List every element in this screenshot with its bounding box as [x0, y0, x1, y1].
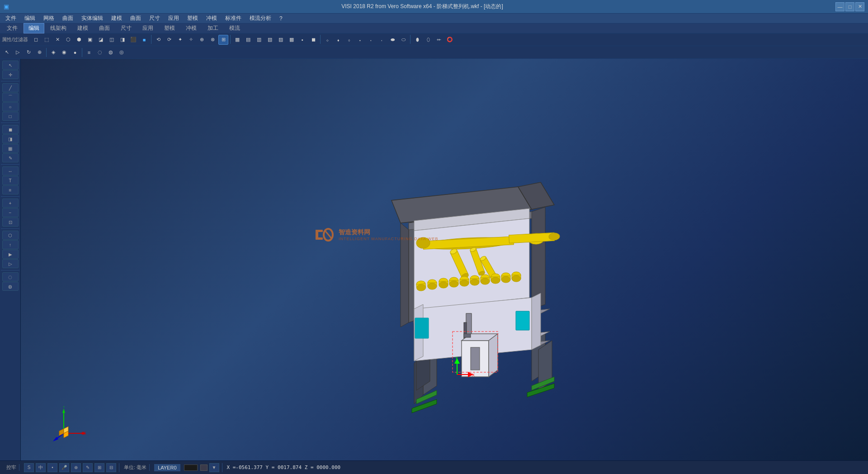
sidebar-btn-layer-vis[interactable]: ◌	[2, 272, 19, 281]
tb-btn-14[interactable]: ✦	[175, 35, 185, 45]
tb-btn-10[interactable]: ⬛	[128, 35, 138, 45]
menu-item-模流分析[interactable]: 模流分析	[246, 14, 275, 23]
sidebar-btn-note[interactable]: ≡	[2, 185, 19, 194]
tb-btn-29[interactable]: ⬨	[344, 35, 354, 45]
tb-btn-18[interactable]: ⊞	[218, 35, 228, 45]
sidebar-btn-dimension[interactable]: ↔	[2, 166, 19, 175]
tab-加工[interactable]: 加工	[203, 23, 223, 33]
tool-select[interactable]: ▷	[13, 47, 23, 57]
tb-btn-4[interactable]: ⬡	[63, 35, 73, 45]
tool-blank[interactable]: ◎	[117, 47, 127, 57]
tb-btn-34[interactable]: ⬭	[398, 35, 408, 45]
tb-btn-25[interactable]: ▪	[297, 35, 307, 45]
status-btn-6[interactable]: ⊞	[94, 463, 104, 472]
sidebar-btn-layer-hide[interactable]: ◍	[2, 282, 19, 291]
tool-hide[interactable]: ◌	[95, 47, 105, 57]
status-btn-4[interactable]: ⊕	[71, 463, 81, 472]
tb-btn-8[interactable]: ◫	[107, 35, 117, 45]
status-btn-7[interactable]: ⊟	[106, 463, 116, 472]
tool-shaded[interactable]: ◉	[59, 47, 69, 57]
tb-btn-37[interactable]: ⬰	[434, 35, 444, 45]
tb-btn-19[interactable]: ▦	[232, 35, 242, 45]
menu-item-实体编辑[interactable]: 实体编辑	[78, 14, 107, 23]
tb-btn-6[interactable]: ▣	[85, 35, 95, 45]
tb-btn-23[interactable]: ▨	[276, 35, 286, 45]
tb-btn-1[interactable]: ◻	[31, 35, 41, 45]
sidebar-btn-top[interactable]: ↑	[2, 240, 19, 249]
tb-btn-20[interactable]: ▤	[243, 35, 253, 45]
tb-btn-38[interactable]: ⭕	[445, 35, 455, 45]
menu-item-曲面[interactable]: 曲面	[59, 14, 77, 23]
menu-item-曲面[interactable]: 曲面	[127, 14, 145, 23]
sidebar-btn-select[interactable]: ↖	[2, 61, 19, 70]
sidebar-btn-surface[interactable]: ◨	[2, 134, 19, 143]
tb-btn-9[interactable]: ◨	[118, 35, 127, 45]
tb-btn-28[interactable]: ⬧	[333, 35, 343, 45]
menu-item-冲模[interactable]: 冲模	[203, 14, 221, 23]
tool-zoom[interactable]: ⊕	[34, 47, 44, 57]
main-viewport[interactable]: X Y 智造资料网 INTELLIGENT MANUFA	[21, 59, 868, 460]
minimize-button[interactable]: —	[835, 2, 844, 11]
tb-btn-13[interactable]: ⟳	[164, 35, 174, 45]
tb-btn-2[interactable]: ⬚	[42, 35, 52, 45]
sidebar-btn-edit[interactable]: ✎	[2, 153, 19, 162]
status-btn-3[interactable]: •	[47, 463, 57, 472]
layer-indicator[interactable]: LAYER0	[154, 464, 180, 471]
sidebar-btn-front[interactable]: ▶	[2, 250, 19, 259]
tool-solid[interactable]: ●	[70, 47, 80, 57]
sidebar-btn-zoom-fit[interactable]: ⊡	[2, 218, 19, 227]
tb-btn-21[interactable]: ▥	[254, 35, 264, 45]
layer-style-swatch[interactable]	[200, 465, 208, 471]
tb-btn-22[interactable]: ▧	[265, 35, 275, 45]
tool-show[interactable]: ◍	[106, 47, 116, 57]
tb-btn-36[interactable]: ⬯	[423, 35, 433, 45]
tb-btn-16[interactable]: ⊕	[197, 35, 207, 45]
menu-item-?[interactable]: ?	[276, 14, 286, 23]
tool-wireframe[interactable]: ◈	[48, 47, 58, 57]
tab-线架构[interactable]: 线架构	[45, 23, 71, 33]
tab-塑模[interactable]: 塑模	[159, 23, 180, 33]
tab-编辑[interactable]: 编辑	[24, 23, 44, 33]
menu-item-文件[interactable]: 文件	[2, 14, 20, 23]
status-btn-2[interactable]: 中	[36, 463, 46, 472]
close-button[interactable]: ✕	[855, 2, 864, 11]
menu-item-尺寸[interactable]: 尺寸	[146, 14, 164, 23]
status-btn-5[interactable]: ✎	[83, 463, 93, 472]
sidebar-btn-circle[interactable]: ○	[2, 102, 19, 111]
tb-btn-12[interactable]: ⟲	[153, 35, 163, 45]
layer-options-btn[interactable]: ▼	[209, 463, 219, 472]
tab-模流[interactable]: 模流	[224, 23, 245, 33]
tb-btn-35[interactable]: ⬮	[412, 35, 422, 45]
sidebar-btn-zoom-out[interactable]: −	[2, 208, 19, 217]
tool-layer[interactable]: ≡	[84, 47, 94, 57]
tab-文件[interactable]: 文件	[2, 23, 23, 33]
tb-btn-17[interactable]: ⊗	[208, 35, 217, 45]
tb-btn-32[interactable]: ⬫	[377, 35, 387, 45]
sidebar-btn-move[interactable]: ✛	[2, 70, 19, 79]
tb-btn-11[interactable]: ■	[139, 35, 149, 45]
tool-rotate[interactable]: ↻	[24, 47, 33, 57]
menu-item-建模[interactable]: 建模	[108, 14, 126, 23]
tb-btn-26[interactable]: ◼	[308, 35, 318, 45]
sidebar-btn-rect[interactable]: □	[2, 112, 19, 121]
menu-item-编辑[interactable]: 编辑	[21, 14, 39, 23]
tb-btn-33[interactable]: ⬬	[387, 35, 397, 45]
tab-建模[interactable]: 建模	[72, 23, 93, 33]
tab-冲模[interactable]: 冲模	[181, 23, 202, 33]
tab-曲面[interactable]: 曲面	[94, 23, 115, 33]
tb-btn-3[interactable]: ✕	[52, 35, 62, 45]
menu-item-网格[interactable]: 网格	[40, 14, 58, 23]
tb-btn-5[interactable]: ⬢	[74, 35, 84, 45]
tb-btn-7[interactable]: ◪	[96, 35, 106, 45]
tool-cursor[interactable]: ↖	[2, 47, 12, 57]
menu-item-应用[interactable]: 应用	[165, 14, 183, 23]
sidebar-btn-line[interactable]: ╱	[2, 83, 19, 92]
sidebar-btn-isometric[interactable]: ⬡	[2, 231, 19, 240]
tb-btn-24[interactable]: ▩	[287, 35, 297, 45]
restore-button[interactable]: □	[845, 2, 854, 11]
sidebar-btn-right[interactable]: ▷	[2, 259, 19, 268]
tab-应用[interactable]: 应用	[137, 23, 158, 33]
tb-btn-15[interactable]: ✧	[186, 35, 196, 45]
sidebar-btn-mesh[interactable]: ▦	[2, 144, 19, 153]
sidebar-btn-solid[interactable]: ◼	[2, 125, 19, 134]
